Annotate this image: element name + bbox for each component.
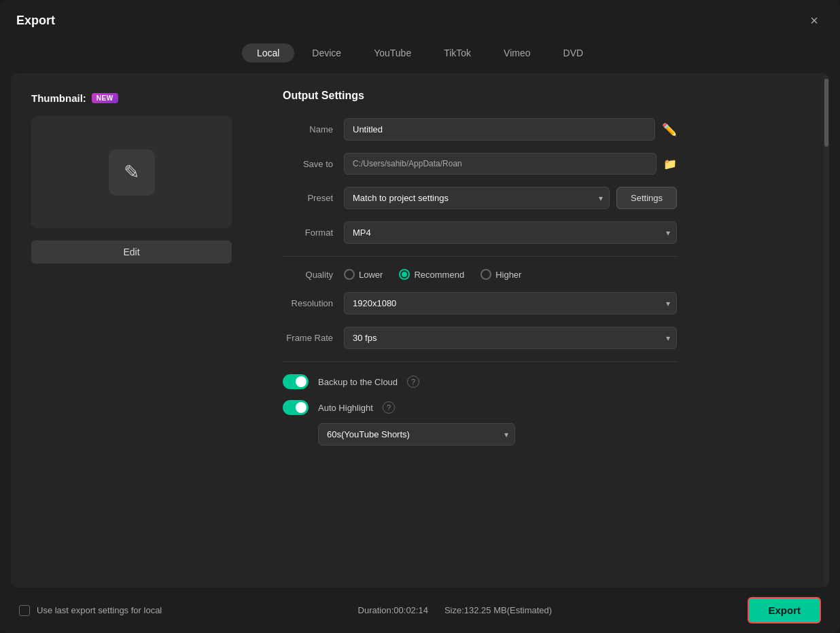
thumbnail-header: Thumbnail: NEW	[31, 92, 118, 104]
resolution-select[interactable]: 1920x1080	[344, 292, 677, 314]
quality-lower-radio[interactable]	[344, 269, 355, 280]
frame-rate-control: 30 fps ▾	[344, 327, 677, 349]
thumbnail-icon-wrap: ✎	[109, 149, 155, 196]
quality-lower-option[interactable]: Lower	[344, 269, 383, 280]
ai-icon[interactable]: ✏️	[662, 122, 677, 137]
auto-highlight-label: Auto Highlight	[318, 403, 373, 413]
format-control: MP4 ▾	[344, 221, 677, 244]
export-button[interactable]: Export	[748, 597, 821, 623]
preset-select-wrap: Match to project settings ▾	[344, 187, 610, 209]
backup-row: Backup to the Cloud ?	[283, 374, 677, 389]
scrollbar-thumb[interactable]	[824, 79, 828, 147]
footer: Use last export settings for local Durat…	[0, 587, 840, 633]
quality-lower-label: Lower	[359, 270, 383, 280]
auto-highlight-help-icon[interactable]: ?	[383, 401, 395, 414]
size-stat: Size:132.25 MB(Estimated)	[444, 605, 552, 615]
scrollbar-track[interactable]	[824, 73, 829, 587]
quality-higher-label: Higher	[495, 270, 521, 280]
quality-recommend-label: Recommend	[414, 270, 464, 280]
pencil-icon: ✎	[124, 161, 139, 183]
thumbnail-box: ✎	[31, 116, 232, 228]
highlight-duration-select[interactable]: 60s(YouTube Shorts)	[318, 423, 515, 446]
name-label: Name	[283, 124, 344, 134]
thumbnail-text: Thumbnail:	[31, 92, 86, 104]
dialog-header: Export ×	[0, 0, 840, 38]
close-button[interactable]: ×	[805, 11, 824, 30]
footer-left: Use last export settings for local	[19, 605, 162, 616]
tab-tiktok[interactable]: TikTok	[429, 43, 486, 62]
backup-help-icon[interactable]: ?	[407, 376, 419, 388]
edit-button[interactable]: Edit	[31, 240, 232, 264]
save-to-control: 📁	[344, 153, 677, 175]
frame-rate-label: Frame Rate	[283, 333, 344, 343]
format-row: Format MP4 ▾	[283, 221, 677, 244]
quality-recommend-option[interactable]: Recommend	[399, 269, 464, 280]
export-dialog: Export × Local Device YouTube TikTok Vim…	[0, 0, 840, 633]
save-to-row: Save to 📁	[283, 153, 677, 175]
resolution-select-wrap: 1920x1080 ▾	[344, 292, 677, 314]
name-row: Name ✏️	[283, 118, 677, 141]
preset-select[interactable]: Match to project settings	[344, 187, 610, 209]
quality-control: Lower Recommend Higher	[344, 269, 677, 280]
save-to-input[interactable]	[344, 153, 657, 175]
right-inner: Output Settings Name ✏️ Save to 📁	[283, 90, 677, 446]
frame-rate-row: Frame Rate 30 fps ▾	[283, 327, 677, 349]
main-content: Thumbnail: NEW ✎ Edit Output Settings Na…	[11, 73, 829, 587]
duration-stat: Duration:00:02:14	[358, 605, 428, 615]
right-panel: Output Settings Name ✏️ Save to 📁	[269, 73, 829, 587]
dialog-title: Export	[16, 14, 55, 28]
format-label: Format	[283, 228, 344, 238]
auto-highlight-row: Auto Highlight ?	[283, 400, 677, 415]
backup-toggle[interactable]	[283, 374, 309, 389]
frame-rate-select-wrap: 30 fps ▾	[344, 327, 677, 349]
quality-higher-option[interactable]: Higher	[480, 269, 521, 280]
highlight-duration-wrap: 60s(YouTube Shorts) ▾	[318, 423, 677, 446]
tab-local[interactable]: Local	[242, 43, 294, 62]
tab-vimeo[interactable]: Vimeo	[489, 43, 545, 62]
name-control: ✏️	[344, 118, 677, 141]
preset-label: Preset	[283, 193, 344, 203]
preset-control: Match to project settings ▾ Settings	[344, 187, 677, 209]
section-title: Output Settings	[283, 90, 677, 102]
preset-row: Preset Match to project settings ▾ Setti…	[283, 187, 677, 209]
quality-label: Quality	[283, 270, 344, 280]
format-select-wrap: MP4 ▾	[344, 221, 677, 244]
quality-row: Quality Lower Recommend	[283, 269, 677, 280]
folder-icon[interactable]: 📁	[663, 158, 677, 170]
highlight-duration-select-wrap: 60s(YouTube Shorts) ▾	[318, 423, 515, 446]
footer-center: Duration:00:02:14 Size:132.25 MB(Estimat…	[358, 605, 553, 615]
new-badge: NEW	[92, 93, 118, 103]
quality-group: Lower Recommend Higher	[344, 269, 521, 280]
tab-dvd[interactable]: DVD	[548, 43, 599, 62]
last-settings-label: Use last export settings for local	[37, 605, 162, 615]
backup-label: Backup to the Cloud	[318, 377, 398, 387]
name-input[interactable]	[344, 118, 655, 141]
format-select[interactable]: MP4	[344, 221, 677, 244]
save-to-label: Save to	[283, 159, 344, 169]
frame-rate-select[interactable]: 30 fps	[344, 327, 677, 349]
resolution-label: Resolution	[283, 298, 344, 308]
quality-recommend-radio[interactable]	[399, 269, 410, 280]
resolution-control: 1920x1080 ▾	[344, 292, 677, 314]
tabs-bar: Local Device YouTube TikTok Vimeo DVD	[0, 38, 840, 73]
resolution-row: Resolution 1920x1080 ▾	[283, 292, 677, 314]
settings-button[interactable]: Settings	[616, 187, 677, 209]
quality-higher-radio[interactable]	[480, 269, 491, 280]
auto-highlight-toggle[interactable]	[283, 400, 309, 415]
divider-2	[283, 361, 677, 362]
tab-device[interactable]: Device	[297, 43, 356, 62]
last-settings-checkbox[interactable]	[19, 605, 30, 616]
left-panel: Thumbnail: NEW ✎ Edit	[11, 73, 269, 587]
tab-youtube[interactable]: YouTube	[359, 43, 426, 62]
divider-1	[283, 256, 677, 257]
